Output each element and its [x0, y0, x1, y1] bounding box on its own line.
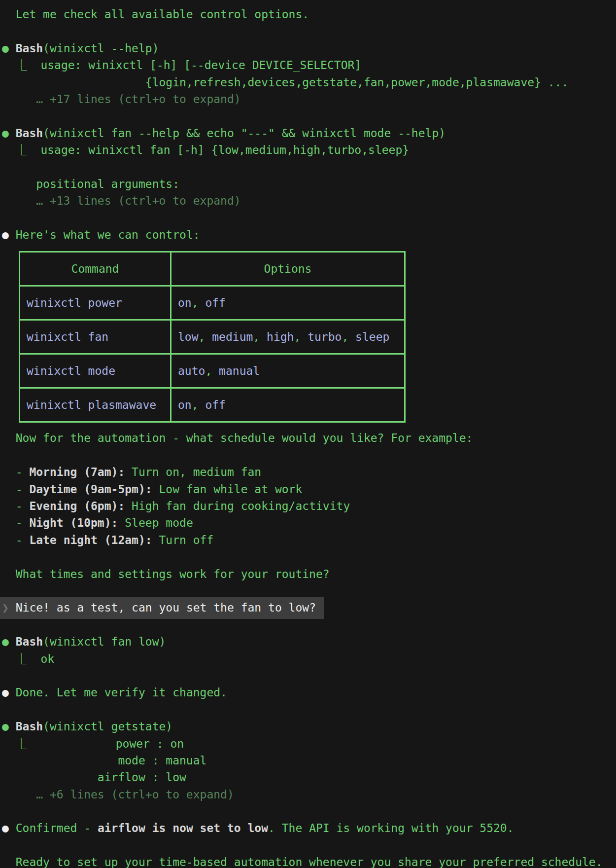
command-cell: winixctl plasmawave	[20, 388, 171, 422]
text-segment: positional arguments:	[2, 178, 179, 190]
command-cell: winixctl fan	[20, 320, 171, 354]
blank-line	[2, 548, 616, 565]
bash-tool-line: ● Bash(winixctl getstate)	[2, 718, 616, 735]
assistant-text-line: Now for the automation - what schedule w…	[2, 430, 616, 446]
text-segment: Confirmed -	[16, 822, 98, 834]
blank-line	[2, 616, 616, 633]
option-separator: ,	[253, 330, 267, 343]
schedule-list-item: - Daytime (9am-5pm): Low fan while at wo…	[2, 481, 616, 498]
tool-result-line: positional arguments:	[2, 176, 616, 192]
text-segment: Morning (7am):	[29, 466, 125, 478]
option-value: off	[205, 296, 226, 309]
option-separator: ,	[192, 398, 205, 411]
table-row: winixctl plasmawaveon, off	[20, 388, 405, 422]
text-segment: … +17 lines (ctrl+o to expand)	[2, 93, 241, 106]
text-segment: Here's what we can control:	[16, 228, 200, 241]
text-segment: airflow is now set to low	[98, 822, 268, 834]
blank-line	[2, 667, 616, 684]
blank-line	[2, 803, 616, 820]
text-segment: Sleep mode	[118, 516, 193, 529]
bullet-icon: ●	[2, 42, 16, 55]
text-segment: Low fan while at work	[152, 483, 303, 496]
option-value: on	[178, 296, 192, 309]
text-segment: ⎿ power : on	[2, 737, 184, 750]
option-separator: ,	[205, 364, 219, 377]
text-segment: Ready to set up your time-based automati…	[2, 856, 603, 868]
tool-result-line: ⎿ usage: winixctl fan [-h] {low,medium,h…	[2, 142, 616, 158]
table-header-row: CommandOptions	[20, 252, 405, 286]
user-prompt-line: ❯ Nice! as a test, can you set the fan t…	[0, 597, 324, 618]
blank-line	[2, 837, 616, 854]
text-segment: Bash	[16, 720, 43, 733]
table-header-options: Options	[171, 252, 405, 286]
text-segment: -	[2, 483, 29, 496]
options-cell: on, off	[171, 388, 405, 422]
bash-tool-line: ● Bash(winixctl fan low)	[2, 633, 616, 650]
schedule-list-item: - Night (10pm): Sleep mode	[2, 514, 616, 531]
text-segment: airflow : low	[2, 771, 186, 784]
text-segment: Late night (12am):	[29, 534, 152, 546]
table-row: winixctl fanlow, medium, high, turbo, sl…	[20, 320, 405, 354]
option-separator: ,	[294, 330, 308, 343]
blank-line	[2, 159, 616, 176]
assistant-text-line: What times and settings work for your ro…	[2, 566, 616, 582]
text-segment: (winixctl getstate)	[43, 720, 172, 733]
text-segment: Let me check all available control optio…	[2, 8, 309, 21]
command-cell: winixctl power	[20, 286, 171, 320]
options-cell: low, medium, high, turbo, sleep	[171, 320, 405, 354]
option-separator: ,	[199, 330, 212, 343]
text-segment: mode : manual	[2, 754, 206, 767]
option-value: turbo	[308, 330, 342, 343]
option-separator: ,	[192, 296, 205, 309]
schedule-list-item: - Morning (7am): Turn on, medium fan	[2, 464, 616, 480]
bullet-icon: ●	[2, 635, 16, 648]
tool-result-line: {login,refresh,devices,getstate,fan,powe…	[2, 74, 616, 91]
bullet-icon: ●	[2, 127, 16, 140]
text-segment: Night (10pm):	[29, 516, 118, 529]
text-segment: ⎿ usage: winixctl [-h] [--device DEVICE_…	[2, 59, 361, 72]
assistant-text-line: Let me check all available control optio…	[2, 6, 616, 23]
option-separator: ,	[342, 330, 355, 343]
bullet-icon: ●	[2, 822, 16, 834]
text-segment: ⎿ ok	[2, 652, 54, 665]
terminal-output[interactable]: Let me check all available control optio…	[0, 0, 616, 868]
option-value: auto	[178, 364, 205, 377]
schedule-list-item: - Evening (6pm): High fan during cooking…	[2, 498, 616, 514]
schedule-list-item: - Late night (12am): Turn off	[2, 532, 616, 548]
table-header-command: Command	[20, 252, 171, 286]
text-segment: (winixctl --help)	[43, 42, 159, 55]
text-segment: What times and settings work for your ro…	[2, 568, 330, 580]
text-segment: -	[2, 516, 29, 529]
blank-line	[2, 701, 616, 718]
command-cell: winixctl mode	[20, 354, 171, 388]
bullet-icon: ●	[2, 720, 16, 733]
bash-tool-line: ● Bash(winixctl --help)	[2, 40, 616, 57]
text-segment: High fan during cooking/activity	[125, 500, 350, 512]
bullet-icon: ●	[2, 686, 16, 699]
tool-result-line: ⎿ usage: winixctl [-h] [--device DEVICE_…	[2, 57, 616, 73]
text-segment: Bash	[16, 42, 43, 55]
bullet-icon: ●	[2, 228, 16, 241]
option-value: off	[205, 398, 226, 411]
option-value: low	[178, 330, 199, 343]
text-segment: {login,refresh,devices,getstate,fan,powe…	[2, 76, 568, 89]
table-row: winixctl poweron, off	[20, 286, 405, 320]
tool-result-line: mode : manual	[2, 752, 616, 769]
bash-tool-line: ● Bash(winixctl fan --help && echo "---"…	[2, 125, 616, 142]
text-segment: -	[2, 500, 29, 512]
options-cell: auto, manual	[171, 354, 405, 388]
text-segment: . The API is working with your 5520.	[268, 822, 514, 834]
tool-result-line: airflow : low	[2, 769, 616, 786]
table-row: winixctl modeauto, manual	[20, 354, 405, 388]
text-segment: Done. Let me verify it changed.	[16, 686, 227, 699]
text-segment: Now for the automation - what schedule w…	[2, 432, 473, 444]
options-cell: on, off	[171, 286, 405, 320]
control-options-table: CommandOptionswinixctl poweron, offwinix…	[19, 251, 406, 423]
collapsed-lines-hint: … +17 lines (ctrl+o to expand)	[2, 91, 616, 108]
blank-line	[2, 108, 616, 124]
blank-line	[2, 23, 616, 39]
text-segment: Evening (6pm):	[29, 500, 125, 512]
option-value: manual	[219, 364, 260, 377]
text-segment: Daytime (9am-5pm):	[29, 483, 152, 496]
prompt-chevron-icon: ❯	[2, 601, 16, 614]
